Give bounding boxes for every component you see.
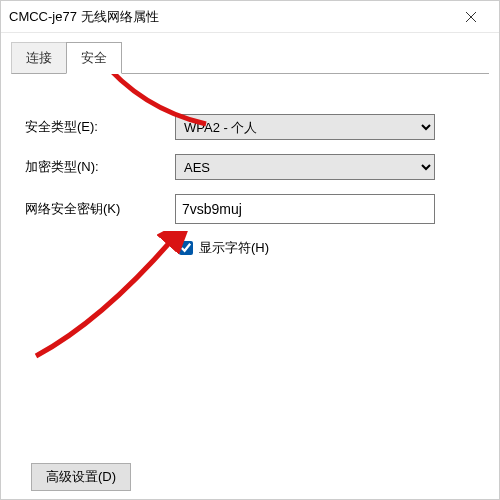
encryption-type-select[interactable]: AES	[175, 154, 435, 180]
tab-bar: 连接 安全	[11, 41, 489, 74]
show-characters-checkbox[interactable]	[179, 241, 193, 255]
titlebar: CMCC-je77 无线网络属性	[1, 1, 499, 33]
tab-connection[interactable]: 连接	[11, 42, 67, 74]
advanced-settings-area: 高级设置(D)	[31, 463, 131, 491]
wifi-properties-dialog: CMCC-je77 无线网络属性 连接 安全 安全类型(E): WPA2 - 个…	[0, 0, 500, 500]
encryption-type-label: 加密类型(N):	[25, 158, 175, 176]
close-icon	[465, 11, 477, 23]
security-type-select[interactable]: WPA2 - 个人	[175, 114, 435, 140]
close-button[interactable]	[451, 2, 491, 32]
network-key-input[interactable]	[175, 194, 435, 224]
security-type-label: 安全类型(E):	[25, 118, 175, 136]
tab-security[interactable]: 安全	[66, 42, 122, 74]
show-characters-label: 显示字符(H)	[199, 239, 269, 257]
security-panel: 安全类型(E): WPA2 - 个人 加密类型(N): AES 网络安全密钥(K…	[1, 74, 499, 268]
network-key-label: 网络安全密钥(K)	[25, 200, 175, 218]
advanced-settings-button[interactable]: 高级设置(D)	[31, 463, 131, 491]
window-title: CMCC-je77 无线网络属性	[9, 8, 451, 26]
